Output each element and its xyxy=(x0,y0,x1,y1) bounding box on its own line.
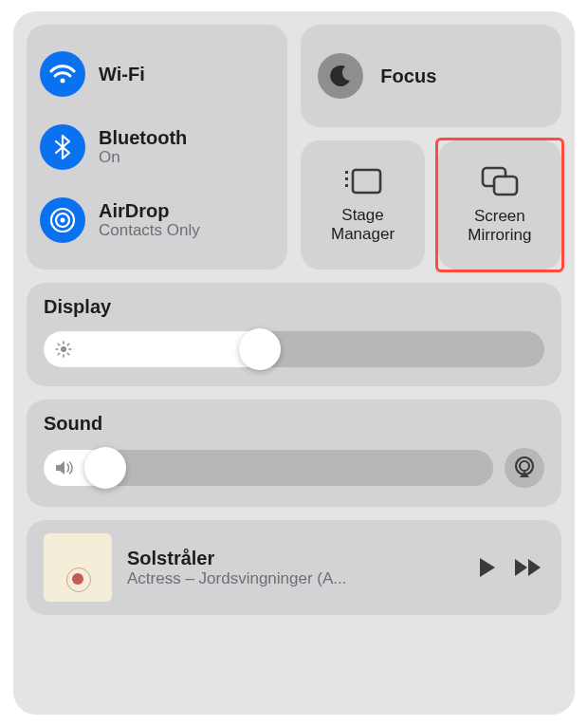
sound-module: Sound xyxy=(27,400,561,507)
bluetooth-icon xyxy=(40,124,85,170)
svg-rect-6 xyxy=(345,184,348,187)
track-artist: Actress – Jordsvingninger (A... xyxy=(127,569,463,588)
svg-point-20 xyxy=(520,461,529,471)
airdrop-icon xyxy=(40,197,85,243)
bluetooth-status: On xyxy=(99,148,187,167)
svg-point-0 xyxy=(61,79,65,84)
airdrop-label: AirDrop xyxy=(99,200,200,222)
screen-mirroring-tile[interactable]: Screen Mirroring xyxy=(438,140,561,270)
now-playing-module[interactable]: Solstråler Actress – Jordsvingninger (A.… xyxy=(27,520,561,615)
airdrop-status: Contacts Only xyxy=(99,221,200,240)
focus-label: Focus xyxy=(380,65,436,87)
right-column: Focus Stage Manager xyxy=(301,25,561,270)
connectivity-module: Wi-Fi Bluetooth On xyxy=(27,25,287,270)
sound-slider-knob[interactable] xyxy=(84,447,126,489)
album-art xyxy=(44,533,112,602)
screen-mirroring-label: Screen Mirroring xyxy=(468,207,531,244)
sound-title: Sound xyxy=(44,413,544,435)
next-button[interactable] xyxy=(514,557,544,578)
play-button[interactable] xyxy=(478,556,497,579)
svg-point-10 xyxy=(61,346,66,352)
bluetooth-label: Bluetooth xyxy=(99,127,187,149)
svg-rect-4 xyxy=(345,171,348,174)
wifi-toggle[interactable]: Wi-Fi xyxy=(40,47,274,101)
control-center-panel: Wi-Fi Bluetooth On xyxy=(13,11,575,715)
wifi-icon xyxy=(40,51,85,97)
airdrop-toggle[interactable]: AirDrop Contacts Only xyxy=(40,194,274,247)
svg-point-3 xyxy=(61,217,65,222)
speaker-icon xyxy=(55,459,74,476)
sound-slider[interactable] xyxy=(44,450,493,486)
svg-rect-7 xyxy=(353,170,380,193)
airplay-icon xyxy=(512,456,537,479)
focus-toggle[interactable]: Focus xyxy=(301,25,561,127)
top-row: Wi-Fi Bluetooth On xyxy=(27,25,561,270)
svg-line-16 xyxy=(67,353,68,354)
display-module: Display xyxy=(27,283,561,386)
track-title: Solstråler xyxy=(127,548,463,569)
wifi-label: Wi-Fi xyxy=(99,64,145,85)
stage-manager-label: Stage Manager xyxy=(331,206,395,243)
brightness-icon xyxy=(55,341,72,358)
screen-mirroring-icon xyxy=(479,165,521,197)
svg-rect-5 xyxy=(345,177,348,180)
stage-manager-tile[interactable]: Stage Manager xyxy=(301,140,424,270)
svg-line-15 xyxy=(58,344,59,344)
bluetooth-toggle[interactable]: Bluetooth On xyxy=(40,121,274,174)
display-slider[interactable] xyxy=(44,331,544,367)
tile-row: Stage Manager Screen Mirroring xyxy=(301,140,561,270)
moon-icon xyxy=(318,53,363,99)
stage-manager-icon xyxy=(342,166,384,196)
svg-line-18 xyxy=(67,344,68,344)
airplay-audio-button[interactable] xyxy=(505,448,544,488)
svg-line-17 xyxy=(58,353,59,354)
display-slider-knob[interactable] xyxy=(239,328,281,370)
display-title: Display xyxy=(44,296,544,318)
svg-rect-9 xyxy=(494,177,517,195)
